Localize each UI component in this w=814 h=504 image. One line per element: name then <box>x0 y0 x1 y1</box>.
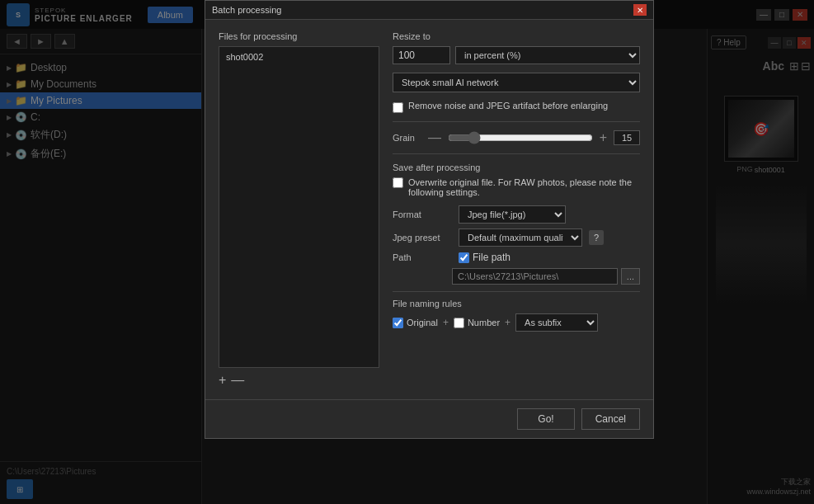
number-label: Number <box>468 318 500 327</box>
path-input-row: ... <box>452 268 640 285</box>
save-label: Save after processing <box>393 163 640 172</box>
original-check: Original <box>393 318 438 328</box>
files-label: Files for processing <box>219 31 379 41</box>
dialog-content: Files for processing shot0002 + — <box>205 20 653 399</box>
naming-label: File naming rules <box>393 299 640 309</box>
batch-processing-dialog: Batch processing ✕ Files for processing … <box>205 0 654 439</box>
number-check: Number <box>454 318 500 328</box>
add-file-button[interactable]: + <box>219 373 226 388</box>
plus-sign-2: + <box>505 317 511 328</box>
resize-label: Resize to <box>393 31 640 41</box>
files-section: Files for processing shot0002 + — <box>219 31 379 388</box>
format-row: Format Jpeg file(*.jpg) <box>393 205 640 224</box>
ai-network-section: Stepok small AI network <box>393 73 640 92</box>
number-checkbox[interactable] <box>454 318 464 328</box>
grain-minus-button[interactable]: — <box>426 130 443 145</box>
file-item: shot0002 <box>223 50 375 64</box>
path-input[interactable] <box>452 268 618 285</box>
path-row: Path File path <box>393 252 640 263</box>
browse-button[interactable]: ... <box>621 268 640 285</box>
file-path-label: File path <box>473 252 511 263</box>
naming-row: Original + Number + As subf <box>393 313 640 332</box>
go-button[interactable]: Go! <box>517 408 574 430</box>
cancel-button[interactable]: Cancel <box>581 408 640 430</box>
resize-unit-select[interactable]: in percent (%) <box>455 46 640 64</box>
grain-label: Grain <box>393 133 421 143</box>
preset-row: Jpeg preset Default (maximum qualit.. ? <box>393 228 640 247</box>
original-checkbox[interactable] <box>393 318 403 328</box>
overwrite-checkbox[interactable] <box>393 177 403 188</box>
dialog-overlay: Batch processing ✕ Files for processing … <box>0 0 814 504</box>
file-path-checkbox[interactable] <box>459 252 469 263</box>
naming-section: File naming rules Original + <box>393 291 640 332</box>
options-section: Resize to in percent (%) Step <box>393 31 640 388</box>
resize-section: Resize to in percent (%) <box>393 31 640 64</box>
format-label: Format <box>393 210 452 219</box>
plus-sign-1: + <box>443 317 449 328</box>
file-path-check: File path <box>459 252 511 263</box>
overwrite-row: Overwrite original file. For RAW photos,… <box>393 177 640 197</box>
remove-file-button[interactable]: — <box>231 373 244 388</box>
original-label: Original <box>407 318 438 327</box>
grain-row: Grain — + 15 <box>393 121 640 145</box>
resize-row: in percent (%) <box>393 46 640 64</box>
dialog-columns: Files for processing shot0002 + — <box>219 31 640 388</box>
grain-value-display: 15 <box>614 130 640 145</box>
ai-network-select[interactable]: Stepok small AI network <box>393 73 640 92</box>
path-label: Path <box>393 252 452 262</box>
overwrite-label: Overwrite original file. For RAW photos,… <box>408 177 640 197</box>
file-actions: + — <box>219 373 379 388</box>
dialog-titlebar: Batch processing ✕ <box>205 1 653 20</box>
dialog-bottom: Go! Cancel <box>205 399 653 438</box>
preset-select[interactable]: Default (maximum qualit.. <box>459 228 582 247</box>
remove-noise-label: Remove noise and JPEG artifact before en… <box>408 101 608 111</box>
remove-noise-row: Remove noise and JPEG artifact before en… <box>393 101 640 113</box>
resize-value-input[interactable] <box>393 46 450 64</box>
grain-plus-button[interactable]: + <box>598 130 609 145</box>
remove-noise-checkbox[interactable] <box>393 102 403 113</box>
save-section: Save after processing Overwrite original… <box>393 153 640 332</box>
format-select[interactable]: Jpeg file(*.jpg) <box>459 205 566 224</box>
dialog-title: Batch processing <box>212 5 633 15</box>
files-list[interactable]: shot0002 <box>219 46 379 368</box>
dialog-close-button[interactable]: ✕ <box>633 4 647 16</box>
app-container: S STEPOK PICTURE ENLARGER Album — □ ✕ ◄ … <box>0 0 814 504</box>
preset-help-button[interactable]: ? <box>589 230 604 245</box>
preset-label: Jpeg preset <box>393 233 452 243</box>
subfix-select[interactable]: As subfix <box>515 313 598 332</box>
grain-slider[interactable] <box>448 131 593 144</box>
